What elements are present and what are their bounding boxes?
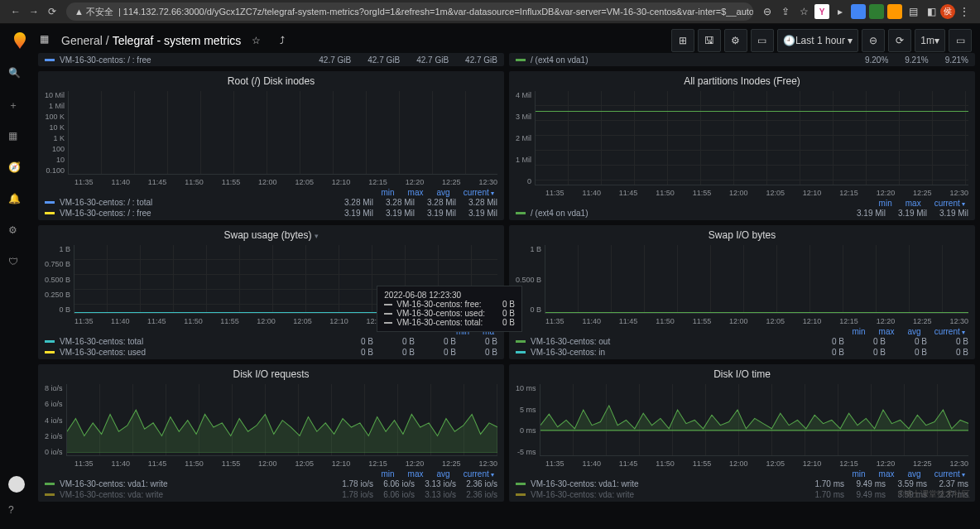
server-admin-icon[interactable]: 🛡 (8, 256, 25, 272)
plot-area[interactable]: 2022-06-08 12:23:30 VM-16-30-centos: fre… (74, 245, 497, 314)
breadcrumb-folder[interactable]: General (61, 34, 103, 47)
panel-root-disk-inodes[interactable]: Root (/) Disk inodes 10 Mil1 Mil100 K10 … (38, 71, 504, 220)
refresh-interval-picker[interactable]: 1m ▾ (915, 29, 945, 52)
save-button[interactable]: 🖫 (698, 29, 721, 52)
plot-area[interactable] (540, 384, 968, 456)
legend: minmaxavgcurrent VM-16-30-centos: out0 B… (509, 325, 975, 359)
y-axis: 10 Mil1 Mil100 K10 K1 K100100.100 (45, 91, 68, 175)
chevron-down-icon: ▾ (315, 232, 319, 240)
share-icon[interactable]: ⇪ (778, 4, 793, 19)
explore-icon[interactable]: 🧭 (8, 161, 25, 178)
nav-reload-icon[interactable]: ⟳ (43, 2, 61, 21)
panel-title: Disk I/O requests (38, 364, 504, 384)
alerting-icon[interactable]: 🔔 (8, 193, 25, 209)
breadcrumb-dashboard[interactable]: Telegraf - system metrics (113, 34, 242, 47)
grafana-header: ▦ General / Telegraf - system metrics ☆ … (0, 24, 980, 57)
browser-chrome: ← → ⟳ ▲ 不安全 | 114.132.72.66:3000/d/yGcx1… (0, 0, 980, 24)
x-axis: 11:3511:4011:4511:5011:5512:0012:0512:10… (509, 458, 975, 468)
prev-panel-legend-left: VM-16-30-centos: / : free 42.7 GiB42.7 G… (38, 53, 504, 66)
panel-disk-io-requests[interactable]: Disk I/O requests 8 io/s6 io/s4 io/s2 io… (38, 364, 504, 502)
panel-title: Swap I/O bytes (509, 225, 975, 245)
legend: minmaxavgcurrent VM-16-30-centos: / : to… (38, 186, 504, 220)
y-axis: 1 B0.750 B0.500 B0.250 B0 B (45, 245, 74, 314)
share-dashboard-icon[interactable]: ⤴ (271, 29, 294, 52)
y-axis: 10 ms5 ms0 ms-5 ms (516, 384, 540, 456)
panel-icon[interactable]: ◧ (924, 4, 939, 19)
grafana-logo-icon[interactable] (8, 29, 31, 52)
extension-translate-icon[interactable] (851, 4, 866, 19)
hover-tooltip: 2022-06-08 12:23:30 VM-16-30-centos: fre… (377, 286, 522, 332)
user-avatar[interactable] (8, 476, 25, 493)
refresh-button[interactable]: ⟳ (888, 29, 911, 52)
extension-puzzle-icon[interactable] (887, 4, 902, 19)
panel-title: Disk I/O time (509, 364, 975, 384)
time-range-picker[interactable]: 🕘 Last 1 hour ▾ (777, 29, 858, 52)
plot-area[interactable] (66, 384, 497, 456)
add-panel-button[interactable]: ⊞ (671, 29, 694, 52)
url-bar[interactable]: ▲ 不安全 | 114.132.72.66:3000/d/yGcx1ZC7z/t… (66, 2, 753, 21)
x-axis: 11:3511:4011:4511:5011:5512:0012:0512:10… (509, 187, 975, 197)
x-axis: 11:3511:4011:4511:5011:5512:0012:0512:10… (38, 458, 504, 468)
reading-list-icon[interactable]: ▤ (906, 4, 920, 19)
legend: minmaxcurrent / (ext4 on vda1)3.19 Mil3.… (509, 197, 975, 220)
url-text: 114.132.72.66:3000/d/yGcx1ZC7z/telegraf-… (123, 7, 753, 17)
key-icon[interactable]: ⊖ (760, 4, 775, 19)
tv-mode-button[interactable]: ▭ (949, 29, 972, 52)
extension-y-icon[interactable]: Y (814, 4, 829, 19)
plot-area[interactable] (545, 245, 968, 314)
star-dashboard-icon[interactable]: ☆ (244, 29, 267, 52)
plot-area[interactable] (535, 91, 968, 185)
prev-panel-legend-right: / (ext4 on vda1) 9.20%9.21%9.21% (509, 53, 975, 66)
config-icon[interactable]: ⚙ (8, 224, 25, 241)
y-axis: 4 Mil3 Mil2 Mil1 Mil0 (516, 91, 535, 185)
x-axis: 11:3511:4011:4511:5011:5512:0012:0512:10… (38, 176, 504, 186)
watermark: ©博士课堂技术社区 (898, 488, 970, 500)
settings-button[interactable]: ⚙ (724, 29, 747, 52)
panel-disk-io-time[interactable]: Disk I/O time 10 ms5 ms0 ms-5 ms 11:3511… (509, 364, 975, 502)
profile-avatar[interactable]: 侯 (940, 4, 955, 19)
extension-green-icon[interactable] (869, 4, 884, 19)
nav-back-icon[interactable]: ← (7, 2, 25, 21)
legend: minmaxavgcurrent VM-16-30-centos: vda1: … (38, 468, 504, 502)
breadcrumb: General / Telegraf - system metrics (61, 34, 241, 47)
insecure-warning: ▲ 不安全 (74, 6, 113, 18)
dashboard-content: VM-16-30-centos: / : free 42.7 GiB42.7 G… (33, 53, 980, 529)
sidebar: 🔍 ＋ ▦ 🧭 🔔 ⚙ 🛡 ? (0, 57, 33, 529)
help-icon[interactable]: ? (8, 504, 25, 521)
nav-forward-icon[interactable]: → (25, 2, 43, 21)
view-mode-button[interactable]: ▭ (751, 29, 774, 52)
create-icon[interactable]: ＋ (8, 99, 25, 115)
search-icon[interactable]: 🔍 (8, 67, 25, 84)
panel-title: Swap usage (bytes)▾ (38, 225, 504, 245)
dashboard-grid-icon[interactable]: ▦ (40, 33, 55, 48)
dashboards-icon[interactable]: ▦ (8, 130, 25, 147)
panel-title: All partitions Inodes (Free) (509, 71, 975, 91)
extension-flag-icon[interactable]: ▸ (833, 4, 848, 19)
zoom-out-button[interactable]: ⊖ (862, 29, 885, 52)
menu-dots-icon[interactable]: ⋮ (957, 4, 972, 19)
panel-title: Root (/) Disk inodes (38, 71, 504, 91)
panel-swap-usage[interactable]: Swap usage (bytes)▾ 1 B0.750 B0.500 B0.2… (38, 225, 504, 359)
panel-all-partitions-inodes[interactable]: All partitions Inodes (Free) 4 Mil3 Mil2… (509, 71, 975, 220)
x-axis: 11:3511:4011:4511:5011:5512:0012:0512:10… (509, 315, 975, 325)
star-icon[interactable]: ☆ (796, 4, 811, 19)
plot-area[interactable] (68, 91, 497, 175)
y-axis: 8 io/s6 io/s4 io/s2 io/s0 io/s (45, 384, 66, 456)
panel-swap-io-bytes[interactable]: Swap I/O bytes 1 B0.500 B0 B 11:3511:401… (509, 225, 975, 359)
